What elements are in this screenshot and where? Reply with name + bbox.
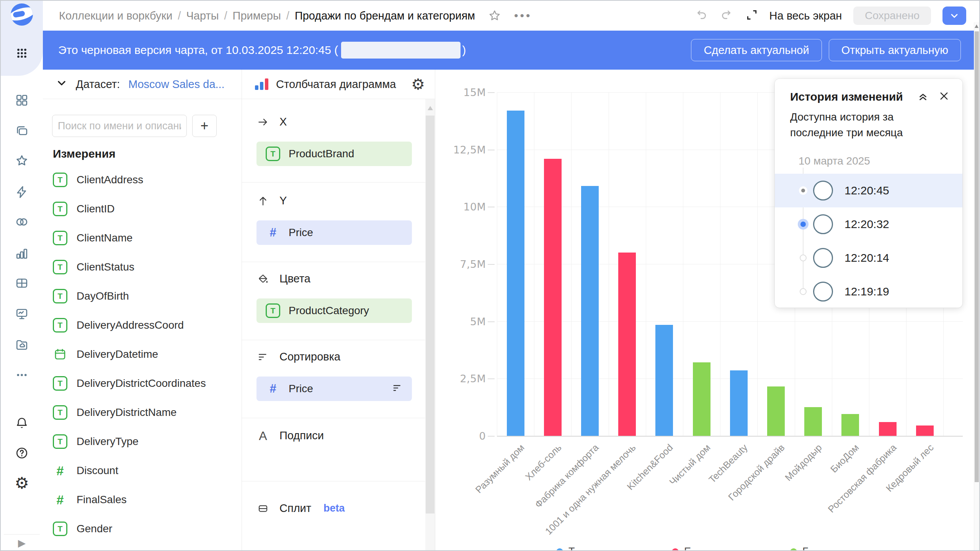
add-field-button[interactable]: + (192, 115, 217, 137)
y-axis-tick-label: 2,5M (436, 373, 486, 385)
field-item-DeliveryDistrictCoordinates[interactable]: T DeliveryDistrictCoordinates (43, 369, 234, 398)
bar-Разумный дом[interactable] (507, 111, 524, 436)
nav-collections-icon[interactable] (1, 120, 43, 142)
section-divider (242, 182, 426, 183)
arrow-right-icon (256, 116, 270, 128)
gridline (609, 92, 609, 436)
close-icon[interactable] (939, 91, 949, 103)
field-item-DayOfBirth[interactable]: T DayOfBirth (43, 282, 234, 311)
notifications-icon[interactable] (1, 412, 43, 434)
field-item-DeliveryAddressCoord[interactable]: T DeliveryAddressCoord (43, 311, 234, 340)
bar-Городской драйв[interactable] (767, 386, 785, 436)
bar-Чистый дом[interactable] (693, 362, 710, 436)
chip-Price[interactable]: # Price (256, 220, 412, 245)
nav-dashboards-icon[interactable] (1, 89, 43, 111)
field-item-DeliveryType[interactable]: T DeliveryType (43, 427, 234, 456)
chevron-down-icon[interactable] (56, 77, 67, 91)
window-scrollbar[interactable] (974, 22, 979, 551)
dimensions-title: Измерения (53, 147, 116, 160)
gridline (646, 92, 646, 436)
config-scroll-up-icon[interactable] (428, 106, 433, 110)
bar-Ростовская фабрика[interactable] (879, 422, 897, 436)
breadcrumb-item[interactable]: Продажи по брендам и категориям (295, 10, 475, 22)
nav-editor-icon[interactable] (1, 181, 43, 203)
field-item-DeliveryDistrictName[interactable]: T DeliveryDistrictName (43, 398, 234, 427)
legend-item[interactable]: Б (790, 546, 809, 551)
config-scrollbar-thumb[interactable] (426, 116, 434, 514)
fullscreen-label[interactable]: На весь экран (769, 10, 842, 22)
y-axis-tick (488, 378, 495, 379)
undo-icon[interactable] (696, 9, 708, 23)
make-actual-button[interactable]: Сделать актуальной (691, 39, 822, 61)
nav-favorites-icon[interactable] (1, 150, 43, 172)
history-entry-12:19:19[interactable]: 12:19:19 (775, 275, 962, 308)
field-item-ClientName[interactable]: T ClientName (43, 223, 234, 253)
sort-icon (256, 351, 270, 363)
bar-1001 и одна нужная мелочь[interactable] (618, 253, 636, 436)
field-item-ClientAddress[interactable]: T ClientAddress (43, 165, 234, 194)
config-section-Сортировка: Сортировка (256, 350, 340, 363)
save-dropdown-button[interactable] (942, 7, 966, 25)
field-item-DeliveryDatetime[interactable]: DeliveryDatetime (43, 340, 234, 369)
favorite-star-icon[interactable] (488, 9, 501, 22)
field-item-ClientStatus[interactable]: T ClientStatus (43, 253, 234, 282)
history-entry-12:20:45[interactable]: 12:20:45 (775, 174, 962, 207)
radio-icon[interactable] (800, 254, 807, 261)
legend-item[interactable]: Е (672, 546, 691, 551)
apps-grid-icon-icon[interactable] (1, 42, 43, 64)
field-search-input[interactable] (52, 115, 187, 137)
radio-selected-icon[interactable] (798, 219, 808, 230)
bar-Фабрика комфорта[interactable] (581, 186, 599, 436)
sort-icon[interactable] (392, 383, 403, 395)
scroll-up-icon[interactable] (975, 24, 978, 28)
chip-ProductBrand[interactable]: T ProductBrand (256, 142, 412, 166)
settings-icon[interactable]: ⚙ (1, 472, 43, 494)
chart-settings-gear-icon[interactable]: ⚙ (411, 77, 425, 92)
open-actual-button[interactable]: Открыть актуальную (829, 39, 961, 61)
breadcrumb-item[interactable]: Коллекции и воркбуки (59, 10, 172, 22)
y-axis-tick-label: 10M (436, 201, 486, 213)
fullscreen-icon[interactable] (746, 9, 758, 23)
datalens-logo[interactable] (1, 3, 43, 26)
nav-storage-icon[interactable] (1, 333, 43, 355)
nav-more-icon[interactable] (1, 364, 43, 386)
bar-Хлеб-соль[interactable] (544, 159, 562, 436)
nav-charts-icon[interactable] (1, 242, 43, 264)
redo-icon[interactable] (720, 9, 732, 23)
radio-current-icon[interactable] (799, 186, 807, 195)
field-item-Discount[interactable]: # Discount (43, 456, 234, 485)
legend-item[interactable]: Т (556, 546, 575, 551)
chip-Price[interactable]: # Price (256, 377, 412, 401)
collapse-panel-icon[interactable]: ▶ (1, 532, 43, 551)
dataset-header[interactable]: Датасет: Moscow Sales da... (43, 70, 242, 99)
field-item-ClientID[interactable]: T ClientID (43, 194, 234, 223)
nav-monitoring-icon[interactable] (1, 303, 43, 325)
more-menu-icon[interactable]: ••• (514, 9, 532, 22)
redacted-author (341, 42, 461, 59)
help-icon[interactable] (1, 442, 43, 464)
text-field-icon: T (53, 202, 67, 216)
dataset-name-link[interactable]: Moscow Sales da... (128, 78, 224, 91)
collapse-icon[interactable] (917, 90, 929, 103)
chart-type-label[interactable]: Столбчатая диаграмма (276, 78, 396, 91)
breadcrumb-item[interactable]: Примеры (233, 10, 281, 22)
history-entry-12:20:14[interactable]: 12:20:14 (775, 241, 962, 275)
x-axis-line (497, 436, 963, 437)
y-axis-tick-label: 15M (436, 86, 486, 98)
bar-Мойдодыр[interactable] (804, 407, 822, 436)
radio-icon[interactable] (800, 288, 807, 295)
bar-БиоДом[interactable] (841, 414, 859, 436)
arrow-up-icon (256, 195, 270, 207)
nav-connections-icon[interactable] (1, 211, 43, 233)
window-scrollbar-thumb[interactable] (975, 31, 979, 482)
history-entry-12:20:32[interactable]: 12:20:32 (775, 207, 962, 241)
bar-Кедровый лес[interactable] (916, 425, 934, 436)
nav-datasets-icon[interactable] (1, 272, 43, 294)
field-item-Gender[interactable]: T Gender (43, 514, 234, 543)
legend-dot (790, 548, 797, 551)
breadcrumb-item[interactable]: Чарты (186, 10, 219, 22)
bar-TechBeauty[interactable] (730, 370, 748, 436)
chip-ProductCategory[interactable]: T ProductCategory (256, 298, 412, 323)
field-item-FinalSales[interactable]: # FinalSales (43, 485, 234, 514)
bar-Kitchen&Food[interactable] (655, 325, 673, 436)
